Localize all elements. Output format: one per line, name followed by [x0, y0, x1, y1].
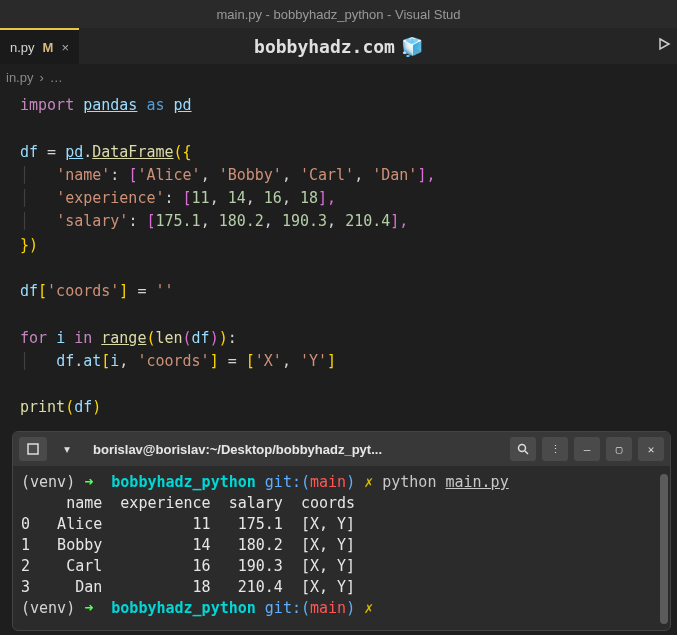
tab-bar: n.py M × bobbyhadz.com 🧊 [0, 28, 677, 64]
svg-line-2 [525, 451, 528, 454]
terminal-body[interactable]: (venv) ➜ bobbyhadz_python git:(main) ✗ p… [13, 466, 670, 625]
output-row: 1 Bobby 14 180.2 [X, Y] [21, 536, 355, 554]
terminal-scrollbar[interactable] [660, 474, 668, 624]
terminal-profile-icon[interactable] [19, 437, 47, 461]
svg-point-1 [519, 445, 526, 452]
window-titlebar: main.py - bobbyhadz_python - Visual Stud [0, 0, 677, 28]
breadcrumb-dots: … [50, 70, 63, 85]
terminal-title: borislav@borislav:~/Desktop/bobbyhadz_py… [87, 442, 504, 457]
ref-pd: pd [65, 143, 83, 161]
minimize-icon[interactable]: — [574, 437, 600, 461]
maximize-icon[interactable]: ▢ [606, 437, 632, 461]
module-pandas: pandas [83, 96, 137, 114]
run-icon[interactable] [657, 37, 671, 55]
output-row: 3 Dan 18 210.4 [X, Y] [21, 578, 355, 596]
dropdown-icon[interactable]: ▾ [53, 437, 81, 461]
cube-icon: 🧊 [401, 36, 423, 57]
tab-modified-indicator: M [43, 40, 54, 55]
window-title: main.py - bobbyhadz_python - Visual Stud [216, 7, 460, 22]
close-terminal-icon[interactable]: ✕ [638, 437, 664, 461]
breadcrumb[interactable]: in.py › … [0, 64, 677, 90]
output-row: 2 Carl 16 190.3 [X, Y] [21, 557, 355, 575]
var-df: df [20, 143, 38, 161]
func-print: print [20, 398, 65, 416]
terminal-header: ▾ borislav@borislav:~/Desktop/bobbyhadz_… [13, 432, 670, 466]
terminal-panel: ▾ borislav@borislav:~/Desktop/bobbyhadz_… [12, 431, 671, 631]
search-icon[interactable] [510, 437, 536, 461]
keyword-in: in [74, 329, 92, 347]
func-range: range [101, 329, 146, 347]
code-editor[interactable]: import pandas as pd df = pd.DataFrame({ … [0, 90, 677, 424]
close-icon[interactable]: × [61, 40, 69, 55]
breadcrumb-file: in.py [6, 70, 33, 85]
keyword-for: for [20, 329, 47, 347]
overlay-text: bobbyhadz.com [254, 36, 395, 57]
func-dataframe: DataFrame [92, 143, 173, 161]
keyword-import: import [20, 96, 74, 114]
alias-pd: pd [174, 96, 192, 114]
keyword-as: as [146, 96, 164, 114]
tab-filename: n.py [10, 40, 35, 55]
menu-icon[interactable]: ⋮ [542, 437, 568, 461]
breadcrumb-separator: › [39, 70, 43, 85]
output-header: name experience salary coords [21, 494, 355, 512]
overlay-brand: bobbyhadz.com 🧊 [254, 28, 423, 64]
output-row: 0 Alice 11 175.1 [X, Y] [21, 515, 355, 533]
svg-rect-0 [28, 444, 38, 454]
tab-main-py[interactable]: n.py M × [0, 28, 79, 64]
